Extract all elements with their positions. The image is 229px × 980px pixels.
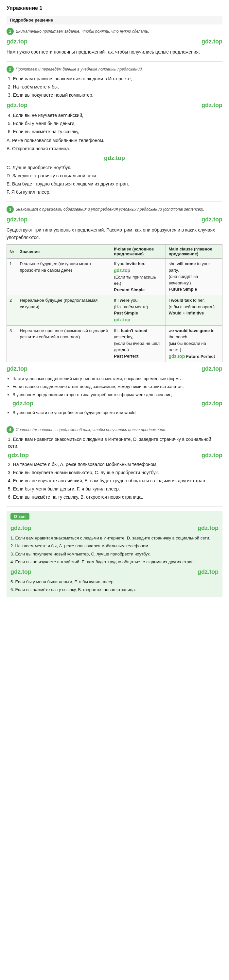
exercise-title: Упражнение 1	[6, 5, 223, 11]
list-item: C. Лучше приобрести ноутбук.	[6, 164, 223, 171]
section-header: Подробное решение	[6, 16, 223, 24]
watermark20: gdz.top	[198, 568, 219, 575]
list-item: Части условных предложений могут менятьс…	[13, 375, 223, 382]
list-item: 3. Если вы покупаете новый компьютер,	[8, 92, 223, 99]
table-cell-main: I would talk to her. (я бы с ней поговор…	[166, 295, 223, 326]
watermark12: gdz.top	[202, 366, 223, 372]
watermark-row8: gdz.top gdz.top	[10, 525, 219, 531]
page-container: Упражнение 1 Подробное решение 1 шаг Вни…	[0, 0, 229, 603]
watermark-row9: gdz.top gdz.top	[10, 568, 219, 575]
watermark14: gdz.top	[202, 399, 223, 408]
table-row: 2 Нереальное будущее (предполагаемая сит…	[7, 295, 223, 326]
watermark-row7: gdz.top gdz.top	[8, 451, 223, 460]
watermark13: gdz.top	[13, 399, 34, 408]
table-cell-if: If it hadn't rained yesterday, (Если бы …	[111, 325, 166, 362]
watermark18: gdz.top	[198, 525, 219, 531]
step3-notes: Части условных предложений могут менятьс…	[13, 375, 223, 416]
list-item: 5. Если бы у меня были деньги, F. я бы к…	[8, 485, 223, 492]
watermark-row1: gdz.top gdz.top	[6, 38, 223, 45]
step4-label: 4 шаг	[6, 426, 14, 433]
step3-title: Знакомимся с правилами образования и упо…	[16, 207, 205, 212]
list-item: 3. Если вы покупаете новый компьютер, C.…	[8, 469, 223, 476]
watermark7: gdz.top	[202, 216, 223, 223]
watermark19: gdz.top	[10, 568, 31, 575]
watermark16: gdz.top	[202, 451, 223, 460]
answer-list2: 5. Если бы у меня были деньги, F. я бы к…	[10, 579, 219, 593]
table-cell-main: she will come to your party. (она придёт…	[166, 259, 223, 295]
list-item: Если главное предложение стоит перед зав…	[13, 383, 223, 390]
list-item: 4. Если вы не изучаете английский,	[8, 112, 223, 119]
step2-numbered-list2: 4. Если вы не изучаете английский, 5. Ес…	[8, 112, 223, 135]
table-cell-main: we would have gone to the beach. (мы бы …	[166, 325, 223, 362]
watermark3: gdz.top	[6, 102, 27, 109]
list-item: В условной части не употребляется будуще…	[13, 409, 223, 416]
list-item: 1. Если вам нравится знакомиться с людьм…	[8, 75, 223, 82]
step2-numbered-list: 1. Если вам нравится знакомиться с людьм…	[8, 75, 223, 99]
watermark11: gdz.top	[6, 366, 27, 372]
step3-block: 3 шаг Знакомимся с правилами образования…	[6, 206, 223, 416]
list-item: E. Вам будет трудно общаться с людьми из…	[6, 181, 223, 188]
watermark-row6: gdz.top gdz.top	[13, 399, 223, 408]
step1-block: 1 шаг Внимательно прочитаем задание, что…	[6, 28, 223, 56]
watermark15: gdz.top	[8, 451, 29, 460]
step2-header: 2 шаг Прочитаем и переведём данные в уче…	[6, 66, 223, 73]
step2-lettered-list2: C. Лучше приобрести ноутбук. D. Заведите…	[6, 164, 223, 196]
watermark5: gdz.top	[104, 155, 125, 161]
step3-intro: Существуют три типа условных предложений…	[6, 226, 223, 241]
watermark1: gdz.top	[6, 38, 27, 45]
divider3	[6, 422, 223, 422]
list-item: 5. Если бы у меня были деньги,	[8, 120, 223, 127]
table-cell-num: 3	[7, 325, 18, 362]
table-row: 3 Нереальное прошлое (возможный сценарий…	[7, 325, 223, 362]
table-header-main: Main clause (главное предложение)	[166, 245, 223, 259]
step2-lettered-list: A. Реже пользовался мобильным телефоном.…	[6, 137, 223, 152]
watermark-row5: gdz.top gdz.top	[6, 366, 223, 372]
answer-label: Ответ	[10, 513, 29, 520]
list-item: 4. Если вы не изучаете английский, E. ва…	[10, 559, 219, 565]
list-item: 3. Если вы покупаете новый компьютер, C.…	[10, 551, 219, 557]
watermark2: gdz.top	[202, 38, 223, 45]
watermark8: gdz.top	[114, 268, 130, 273]
list-item: 1. Если вам нравится знакомиться с людьм…	[8, 436, 223, 450]
step2-block: 2 шаг Прочитаем и переведём данные в уче…	[6, 66, 223, 196]
step1-label: 1 шаг	[6, 28, 14, 35]
list-item: 5. Если бы у меня были деньги, F. я бы к…	[10, 579, 219, 585]
watermark10: gdz.top	[168, 354, 185, 359]
table-header-num: №	[7, 245, 18, 259]
divider4	[6, 506, 223, 507]
step2-title: Прочитаем и переведём данные в учебнике …	[16, 67, 143, 72]
answer-box: Ответ gdz.top gdz.top 1. Если вам нравит…	[6, 511, 223, 597]
watermark17: gdz.top	[10, 525, 31, 531]
step3-label: 3 шаг	[6, 206, 14, 213]
step1-body: Нам нужно соотнести половины предложений…	[6, 48, 223, 56]
divider1	[6, 61, 223, 62]
list-item: 2. На твоем месте я бы, A. реже пользова…	[10, 543, 219, 549]
table-header-if: If-clause (условное предложение)	[111, 245, 166, 259]
table-cell-meaning: Нереальное прошлое (возможный сценарий р…	[17, 325, 111, 362]
list-item: 4. Если вы не изучаете английский, E. ва…	[8, 477, 223, 484]
table-header-meaning: Значение	[17, 245, 111, 259]
watermark6: gdz.top	[6, 216, 27, 223]
step4-block: 4 шаг Соотнесём половины предложений так…	[6, 426, 223, 501]
watermark9: gdz.top	[114, 317, 130, 322]
step1-header: 1 шаг Внимательно прочитаем задание, что…	[6, 28, 223, 35]
watermark-row2: gdz.top gdz.top	[6, 102, 223, 109]
table-cell-meaning: Реальное будущее (ситуация может произой…	[17, 259, 111, 295]
step4-title: Соотнесём половины предложений так, чтоб…	[16, 428, 166, 432]
table-cell-if: If you invite her. gdz.top (Если ты приг…	[111, 259, 166, 295]
list-item: 6. Если вы нажмёте на ту ссылку,	[8, 128, 223, 135]
list-item: 2. На твоём месте я бы,	[8, 84, 223, 91]
list-item: 1. Если вам нравится знакомиться с людьм…	[10, 535, 219, 541]
table-cell-num: 1	[7, 259, 18, 295]
step3-header: 3 шаг Знакомимся с правилами образования…	[6, 206, 223, 213]
step2-label: 2 шаг	[6, 66, 14, 73]
table-cell-if: If I were you, (На твоём месте) Past Sim…	[111, 295, 166, 326]
watermark4: gdz.top	[202, 102, 223, 109]
list-item: В условном предложении второго типа упот…	[13, 391, 223, 408]
list-item: gdz.top gdz.top 2. На твоём месте я бы, …	[8, 451, 223, 468]
table-cell-num: 2	[7, 295, 18, 326]
watermark-row4: gdz.top gdz.top	[6, 216, 223, 223]
list-item: B. Откроется новая страница.	[6, 145, 223, 152]
list-item: 6. Если вы нажмёте на ту ссылку, B. откр…	[8, 494, 223, 501]
step4-header: 4 шаг Соотнесём половины предложений так…	[6, 426, 223, 433]
